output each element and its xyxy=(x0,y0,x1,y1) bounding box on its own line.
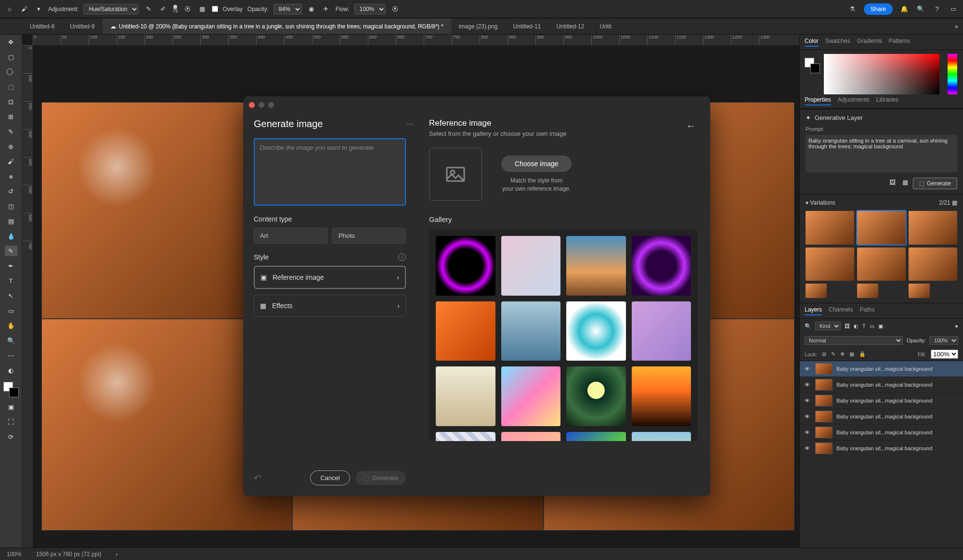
share-button[interactable]: Share xyxy=(864,3,893,15)
variation-thumb[interactable] xyxy=(857,247,906,281)
bell-icon[interactable]: 🔔 xyxy=(899,4,909,14)
layer-item[interactable]: 👁Baby orangutan sit...magical background xyxy=(800,409,963,425)
gallery-thumb[interactable] xyxy=(436,301,495,361)
layer-opacity-select[interactable]: 100% xyxy=(930,336,958,345)
status-chevron-icon[interactable]: › xyxy=(116,551,117,558)
gallery-thumb[interactable] xyxy=(632,432,691,442)
cancel-button[interactable]: Cancel xyxy=(310,470,350,485)
tab-swatches[interactable]: Swatches xyxy=(825,38,850,47)
tab-adjustments[interactable]: Adjustments xyxy=(838,96,870,105)
filter-icon[interactable]: 🔍 xyxy=(805,323,811,329)
gallery-thumb[interactable] xyxy=(501,301,561,361)
gallery-thumb[interactable] xyxy=(632,366,691,426)
filter-toggle[interactable]: ● xyxy=(955,323,958,329)
adjustment-select[interactable]: Hue/Saturation xyxy=(83,4,139,14)
lock-all-icon[interactable]: 🔒 xyxy=(859,351,866,357)
overlay-checkbox[interactable] xyxy=(212,6,218,12)
reset-icon[interactable]: ↶ xyxy=(254,473,261,483)
gallery-thumb[interactable] xyxy=(501,236,561,296)
generate-button[interactable]: ⬚Generate xyxy=(913,178,957,189)
zoom-level[interactable]: 100% xyxy=(7,551,22,558)
picker-bg[interactable] xyxy=(810,64,820,73)
flow-select[interactable]: 100% xyxy=(354,4,386,14)
extra-icon[interactable]: ⟳ xyxy=(5,431,17,442)
crop-tool[interactable]: ⊡ xyxy=(5,96,17,107)
gallery-thumb[interactable] xyxy=(632,301,691,361)
filter-image-icon[interactable]: 🖼 xyxy=(845,323,850,329)
gallery-thumb[interactable] xyxy=(501,432,561,442)
history-brush-tool[interactable]: ↺ xyxy=(5,186,17,196)
home-icon[interactable]: ⌂ xyxy=(5,4,14,14)
lock-artboard-icon[interactable]: ▦ xyxy=(849,351,854,357)
marquee-tool[interactable]: ▢ xyxy=(5,52,17,62)
background-color[interactable] xyxy=(9,388,19,397)
quick-mask-icon[interactable]: ▣ xyxy=(5,402,17,412)
brush-tool-icon[interactable]: 🖌 xyxy=(19,4,29,14)
variation-thumb[interactable] xyxy=(909,247,957,281)
variation-thumb[interactable] xyxy=(909,284,930,298)
layer-item[interactable]: 👁Baby orangutan sit...magical background xyxy=(800,393,963,409)
gallery-thumb[interactable] xyxy=(436,432,495,442)
filter-adj-icon[interactable]: ◐ xyxy=(854,323,859,329)
add-mask-icon[interactable]: ✎ xyxy=(143,4,153,14)
tab-5[interactable]: Untitled-12 xyxy=(548,18,592,34)
filter-smart-icon[interactable]: ▣ xyxy=(878,323,883,329)
more-tools[interactable]: ⋯ xyxy=(5,350,17,361)
back-arrow-icon[interactable]: ← xyxy=(686,120,696,131)
tab-channels[interactable]: Channels xyxy=(829,306,853,315)
tab-2[interactable]: ☁Untitled-10 @ 200% (Baby orangutan sitt… xyxy=(103,18,451,34)
layer-item[interactable]: 👁Baby orangutan sit...magical background xyxy=(800,425,963,441)
tab-3[interactable]: image (23).png xyxy=(451,18,506,34)
variation-thumb[interactable] xyxy=(806,284,827,298)
gallery-thumb[interactable] xyxy=(566,301,626,361)
lock-pixels-icon[interactable]: ⊞ xyxy=(822,351,826,357)
help-icon[interactable]: ? xyxy=(932,4,942,14)
brush-tool[interactable]: 🖌 xyxy=(5,156,17,167)
shape-tool[interactable]: ▭ xyxy=(5,305,17,316)
maximize-button[interactable] xyxy=(268,102,274,108)
gallery-scroll[interactable] xyxy=(429,229,698,441)
layer-item[interactable]: 👁Baby orangutan sit...magical background xyxy=(800,441,963,456)
image-icon[interactable]: 🖼 xyxy=(889,179,896,186)
visibility-icon[interactable]: 👁 xyxy=(805,414,811,419)
visibility-icon[interactable]: 👁 xyxy=(805,398,811,404)
minimize-button[interactable] xyxy=(259,102,264,108)
path-tool[interactable]: ↖ xyxy=(5,290,17,301)
blend-mode-select[interactable]: Normal xyxy=(805,336,903,345)
color-swatches[interactable] xyxy=(3,382,19,397)
lasso-tool[interactable]: ⃝ xyxy=(5,66,17,77)
selection-tool[interactable]: ⬚ xyxy=(5,81,17,92)
variation-thumb[interactable] xyxy=(857,284,878,298)
search-icon[interactable]: 🔍 xyxy=(916,4,925,14)
pressure-size-icon[interactable]: ⦿ xyxy=(390,4,400,14)
healing-tool[interactable]: ⊕ xyxy=(5,141,17,152)
gallery-thumb[interactable] xyxy=(501,366,561,426)
frame-tool[interactable]: ⊞ xyxy=(5,111,17,122)
hue-slider[interactable] xyxy=(948,54,957,94)
workspace-icon[interactable]: ▭ xyxy=(949,4,958,14)
variation-thumb[interactable] xyxy=(806,211,854,245)
blur-tool[interactable]: 💧 xyxy=(5,231,17,241)
prompt-textarea[interactable] xyxy=(806,135,957,172)
hand-tool[interactable]: ✋ xyxy=(5,320,17,331)
variation-thumb[interactable] xyxy=(909,211,957,245)
stamp-tool[interactable]: ⎈ xyxy=(5,171,17,182)
dodge-tool[interactable]: ✎ xyxy=(5,246,17,256)
tab-properties[interactable]: Properties xyxy=(805,96,831,105)
airbrush-icon[interactable]: ✈ xyxy=(321,4,331,14)
tab-4[interactable]: Untitled-11 xyxy=(505,18,548,34)
kind-select[interactable]: Kind xyxy=(815,322,841,330)
filter-type-icon[interactable]: T xyxy=(862,323,866,329)
tab-layers[interactable]: Layers xyxy=(805,306,822,315)
visibility-icon[interactable]: 👁 xyxy=(805,366,811,372)
grid-icon[interactable]: ▦ xyxy=(902,179,908,186)
gallery-thumb[interactable] xyxy=(566,366,626,426)
prompt-input[interactable]: Describe the image you want to generate xyxy=(254,138,406,206)
filter-shape-icon[interactable]: ▭ xyxy=(870,323,874,329)
collapse-icon[interactable]: ▾ xyxy=(806,199,810,206)
tab-libraries[interactable]: Libraries xyxy=(876,96,898,105)
lock-nested-icon[interactable]: ✥ xyxy=(840,351,845,357)
gallery-thumb[interactable] xyxy=(436,236,495,296)
brush-size[interactable]: 75 xyxy=(172,9,178,13)
content-type-art[interactable]: Art xyxy=(254,228,327,244)
